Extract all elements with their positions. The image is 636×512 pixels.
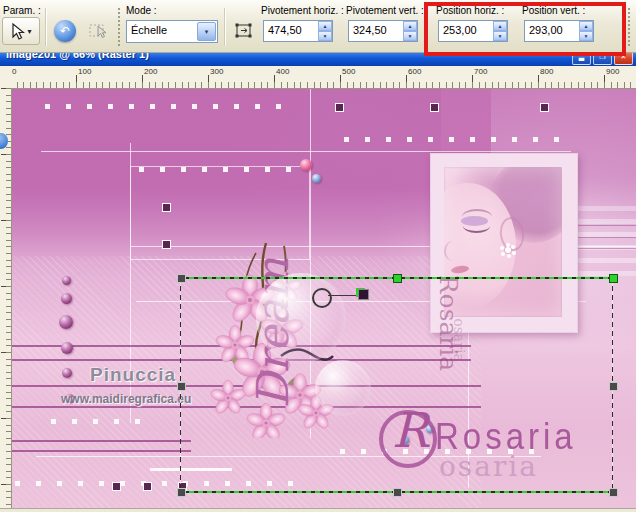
spin-up-icon[interactable]: ▲ <box>493 21 507 31</box>
glass-bubble <box>256 273 346 363</box>
toolbar-separator <box>224 8 226 46</box>
ruler-label: 300 <box>210 67 223 76</box>
cursor-icon <box>10 23 25 40</box>
position-horiz-input[interactable]: 253,00 ▲▼ <box>438 20 508 42</box>
bead <box>61 342 73 354</box>
bead <box>59 315 73 329</box>
ruler-label: 600 <box>408 67 421 76</box>
decor-square <box>162 203 171 212</box>
spin-down-icon[interactable]: ▼ <box>318 31 332 41</box>
tool-options-toolbar: Param. : ▾ ↶ Mode : Échelle ▼ <box>0 0 636 53</box>
pivot-vert-label: Pivotement vert. : <box>346 5 424 16</box>
maximize-icon: ❐ <box>599 53 605 60</box>
rotation-handle[interactable] <box>358 289 369 300</box>
ruler-label: 500 <box>342 67 355 76</box>
bead <box>62 368 72 378</box>
pivot-vert-value: 324,50 <box>349 21 403 41</box>
pivot-icon <box>234 21 254 41</box>
position-horiz-label: Position horiz. : <box>436 5 504 16</box>
rotation-pivot[interactable] <box>312 288 332 308</box>
monogram-letter: R <box>392 402 428 458</box>
selection-handle-top-right[interactable] <box>609 274 618 283</box>
decor-square-row <box>344 137 570 142</box>
combo-dropdown-button[interactable]: ▼ <box>197 22 216 41</box>
window-controls: ▃ ❐ ✕ <box>572 52 633 65</box>
decor-line <box>11 450 191 452</box>
pivot-vert-input[interactable]: 324,50 ▲▼ <box>348 20 418 42</box>
decor-square-row <box>139 167 291 172</box>
rotation-pivot-line <box>328 295 362 296</box>
decor-line <box>150 468 232 471</box>
decor-square <box>143 482 152 491</box>
decor-line <box>11 440 191 442</box>
pivot-point-button[interactable] <box>230 17 258 45</box>
spin-up-icon[interactable]: ▲ <box>318 21 332 31</box>
pivot-horiz-input[interactable]: 474,50 ▲▼ <box>263 20 333 42</box>
window-bottom-strip <box>0 508 636 512</box>
position-vert-input[interactable]: 293,00 ▲▼ <box>524 20 594 42</box>
param-label: Param. : <box>3 5 41 16</box>
decor-line <box>41 151 571 152</box>
bead <box>62 276 71 285</box>
pivot-horiz-value: 474,50 <box>264 21 318 41</box>
pinuccia-signature: Pinuccia <box>90 364 176 386</box>
minimize-button[interactable]: ▃ <box>572 52 591 65</box>
decor-square-row <box>45 104 281 109</box>
minimize-icon: ▃ <box>579 53 584 60</box>
canvas[interactable]: Dream Rosaria osaria Pinuccia www.maidir… <box>11 88 636 508</box>
decor-square <box>335 103 344 112</box>
decor-square-row <box>15 481 299 486</box>
ruler-label: 900 <box>606 67 619 76</box>
website-text: www.maidiregrafica.eu <box>61 392 191 406</box>
decor-square <box>430 103 439 112</box>
position-horiz-value: 253,00 <box>439 21 493 41</box>
image-window-titlebar[interactable]: Image201 @ 66% (Raster 1) ▃ ❐ ✕ <box>0 52 636 66</box>
rosaria-vertical-echo-text: osaria <box>451 300 467 380</box>
apply-button[interactable]: ↶ <box>50 17 80 45</box>
ruler-label: 800 <box>540 67 553 76</box>
selection-handle-top-center[interactable] <box>393 274 402 283</box>
disabled-cursor-icon <box>89 22 109 40</box>
rosaria-shadow-text: osaria <box>439 450 538 483</box>
selection-handle-middle-right[interactable] <box>609 382 618 391</box>
apply-icon: ↶ <box>54 20 76 42</box>
close-button[interactable]: ✕ <box>614 52 633 65</box>
bead <box>61 293 72 304</box>
toolbar-grip[interactable] <box>118 8 120 46</box>
selection-handle-bottom-center[interactable] <box>393 488 402 497</box>
selection-handle-middle-left[interactable] <box>177 382 186 391</box>
combo-arrow-icon: ▼ <box>204 29 210 35</box>
deform-cursor-button <box>84 17 114 45</box>
ruler-label: 100 <box>78 67 91 76</box>
vertical-ruler <box>0 88 12 508</box>
ruler-label: 0 <box>12 67 16 76</box>
param-cursor-button[interactable]: ▾ <box>2 17 40 45</box>
spin-down-icon[interactable]: ▼ <box>403 31 417 41</box>
mode-select[interactable]: Échelle ▼ <box>126 20 218 43</box>
decor-square <box>112 482 121 491</box>
spin-down-icon[interactable]: ▼ <box>579 31 593 41</box>
app-window: Param. : ▾ ↶ Mode : Échelle ▼ <box>0 0 636 512</box>
ruler-label: 200 <box>144 67 157 76</box>
bead <box>300 159 312 171</box>
glass-bubble <box>315 360 371 416</box>
spin-up-icon[interactable]: ▲ <box>403 21 417 31</box>
ruler-label: 700 <box>474 67 487 76</box>
dropdown-arrow-icon: ▾ <box>27 27 31 36</box>
ruler-label: 400 <box>276 67 289 76</box>
selection-handle-bottom-right[interactable] <box>609 488 618 497</box>
position-vert-value: 293,00 <box>525 21 579 41</box>
horizontal-ruler: 0100200300400500600700800900 <box>0 66 636 89</box>
spin-up-icon[interactable]: ▲ <box>579 21 593 31</box>
mode-label: Mode : <box>126 5 157 16</box>
selection-handle-top-left[interactable] <box>177 274 186 283</box>
decor-square-row <box>51 419 147 424</box>
decor-square <box>540 103 549 112</box>
image-window-title: Image201 @ 66% (Raster 1) <box>6 52 149 60</box>
ruler-corner <box>0 66 11 88</box>
maximize-button[interactable]: ❐ <box>593 52 612 65</box>
mode-selected-value: Échelle <box>127 21 196 42</box>
spin-down-icon[interactable]: ▼ <box>493 31 507 41</box>
toolbar-grip[interactable] <box>628 8 630 46</box>
selection-handle-bottom-left[interactable] <box>177 488 186 497</box>
